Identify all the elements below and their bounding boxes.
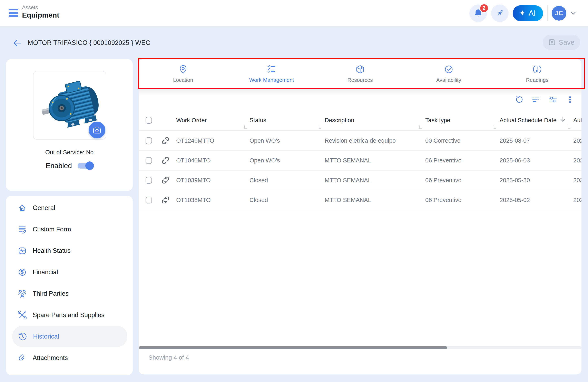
topbar-divider bbox=[547, 5, 547, 21]
back-arrow-icon bbox=[14, 40, 21, 46]
column-header-description[interactable]: Description bbox=[325, 110, 354, 130]
column-header-task-type[interactable]: Task type bbox=[425, 110, 450, 130]
check-circle-icon bbox=[444, 65, 453, 74]
sidebar-item-historical[interactable]: Historical bbox=[12, 326, 127, 347]
select-all-checkbox[interactable] bbox=[146, 117, 152, 124]
table-footer-count: Showing 4 of 4 bbox=[148, 354, 189, 361]
sort-desc-icon bbox=[560, 116, 566, 122]
cell-work-order[interactable]: OT1040MTO bbox=[176, 151, 211, 170]
table-row[interactable]: OT1039MTO Closed MTTO SEMANAL 06 Prevent… bbox=[139, 171, 582, 190]
asset-photo-card: Out of Service: No Enabled bbox=[6, 59, 133, 191]
notification-badge: 2 bbox=[480, 4, 489, 13]
page-title-equipment: Equipment bbox=[22, 11, 59, 20]
cell-description: Revision eletrica de equipo bbox=[325, 131, 396, 150]
sidebar-item-general[interactable]: General bbox=[6, 197, 133, 219]
attachment-icon bbox=[18, 353, 27, 362]
cell-auto: 202 bbox=[573, 190, 582, 210]
back-button[interactable] bbox=[12, 38, 22, 48]
people-icon bbox=[18, 289, 27, 298]
row-checkbox[interactable] bbox=[146, 177, 152, 184]
toggle-knob bbox=[85, 161, 94, 170]
cell-actual-schedule-date: 2025-05-02 bbox=[500, 190, 530, 210]
more-options-icon[interactable] bbox=[566, 96, 574, 104]
row-checkbox[interactable] bbox=[146, 137, 152, 144]
column-header-actual-schedule-date[interactable]: Actual Schedule Date bbox=[500, 110, 566, 130]
sparkle-icon bbox=[519, 10, 526, 17]
sidebar-item-health-status[interactable]: Health Status bbox=[6, 240, 133, 261]
linked-records-icon[interactable] bbox=[162, 157, 169, 164]
column-resize-handle[interactable] bbox=[244, 125, 247, 129]
save-icon bbox=[548, 39, 556, 46]
table-toolbar bbox=[139, 89, 582, 110]
cell-task-type: 06 Preventivo bbox=[425, 151, 462, 170]
column-resize-handle[interactable] bbox=[319, 125, 321, 129]
ai-assistant-button[interactable]: AI bbox=[513, 5, 543, 21]
cell-auto: 202 bbox=[573, 151, 582, 170]
cell-status: Closed bbox=[250, 190, 268, 210]
sidebar-item-document-management[interactable]: Document Management bbox=[6, 368, 133, 375]
cell-actual-schedule-date: 2025-05-30 bbox=[500, 171, 530, 190]
whats-new-button[interactable] bbox=[491, 4, 509, 22]
save-button-label: Save bbox=[559, 38, 574, 46]
column-header-work-order[interactable]: Work Order bbox=[176, 110, 207, 130]
notifications-button[interactable]: 2 bbox=[469, 4, 487, 22]
column-header-status[interactable]: Status bbox=[250, 110, 266, 130]
column-settings-icon[interactable] bbox=[549, 96, 557, 104]
horizontal-scrollbar-thumb[interactable] bbox=[139, 346, 447, 349]
horizontal-scrollbar-track[interactable] bbox=[139, 346, 582, 349]
history-icon bbox=[18, 332, 27, 341]
cell-work-order[interactable]: OT1038MTO bbox=[176, 190, 211, 210]
table-row[interactable]: OT1246MTTO Open WO's Revision eletrica d… bbox=[139, 131, 582, 151]
column-resize-handle[interactable] bbox=[419, 125, 421, 129]
tab-availability[interactable]: Availability bbox=[404, 59, 493, 89]
tab-location[interactable]: Location bbox=[139, 59, 228, 89]
cell-task-type: 06 Preventivo bbox=[425, 190, 462, 210]
out-of-service-status: Out of Service: No bbox=[6, 149, 133, 156]
linked-records-icon[interactable] bbox=[162, 196, 169, 204]
column-resize-handle[interactable] bbox=[494, 125, 496, 129]
cell-description: MTTO SEMANAL bbox=[325, 151, 371, 170]
linked-records-icon[interactable] bbox=[162, 137, 169, 145]
tab-work-management[interactable]: Work Management bbox=[228, 59, 316, 89]
linked-records-icon[interactable] bbox=[162, 177, 169, 184]
sidebar-item-spare-parts[interactable]: Spare Parts and Supplies bbox=[6, 304, 133, 326]
enabled-label: Enabled bbox=[46, 161, 72, 170]
dollar-icon bbox=[18, 267, 27, 277]
column-resize-handle[interactable] bbox=[568, 125, 570, 129]
cell-work-order[interactable]: OT1246MTTO bbox=[176, 131, 214, 150]
tab-resources[interactable]: Resources bbox=[316, 59, 404, 89]
sidebar-item-third-parties[interactable]: Third Parties bbox=[6, 283, 133, 304]
checklist-icon bbox=[267, 65, 276, 74]
filter-icon[interactable] bbox=[532, 96, 540, 104]
camera-icon bbox=[93, 126, 101, 134]
package-icon bbox=[356, 65, 365, 74]
cell-actual-schedule-date: 2025-08-07 bbox=[500, 131, 530, 150]
column-header-auto[interactable]: Aut bbox=[573, 110, 582, 130]
rocket-icon bbox=[495, 9, 504, 18]
asset-detail-tabs: Location Work Management Resources bbox=[139, 59, 582, 89]
cell-description: MTTO SEMANAL bbox=[325, 171, 371, 190]
location-pin-icon bbox=[179, 65, 188, 74]
cell-work-order[interactable]: OT1039MTO bbox=[176, 171, 211, 190]
cell-status: Open WO's bbox=[250, 131, 280, 150]
save-button[interactable]: Save bbox=[543, 35, 580, 50]
refresh-icon[interactable] bbox=[514, 96, 523, 104]
ai-button-label: AI bbox=[529, 9, 536, 18]
sidebar-item-financial[interactable]: Financial bbox=[6, 261, 133, 283]
table-row[interactable]: OT1038MTO Closed MTTO SEMANAL 06 Prevent… bbox=[139, 190, 582, 210]
change-photo-button[interactable] bbox=[89, 122, 105, 138]
cell-task-type: 00 Correctivo bbox=[425, 131, 461, 150]
menu-icon[interactable] bbox=[9, 9, 18, 17]
enabled-toggle[interactable] bbox=[78, 163, 93, 169]
cell-auto: 202 bbox=[573, 171, 582, 190]
sidebar-item-attachments[interactable]: Attachments bbox=[6, 347, 133, 368]
row-checkbox[interactable] bbox=[146, 197, 152, 203]
tab-readings[interactable]: Readings bbox=[493, 59, 582, 89]
chevron-down-icon[interactable] bbox=[570, 10, 576, 16]
top-app-bar: Assets Equipment 2 bbox=[0, 0, 588, 26]
row-checkbox[interactable] bbox=[146, 157, 152, 164]
health-icon bbox=[18, 246, 27, 256]
user-avatar[interactable]: JC bbox=[552, 6, 566, 20]
sidebar-item-custom-form[interactable]: Custom Form bbox=[6, 219, 133, 240]
table-row[interactable]: OT1040MTO Open WO's MTTO SEMANAL 06 Prev… bbox=[139, 151, 582, 171]
